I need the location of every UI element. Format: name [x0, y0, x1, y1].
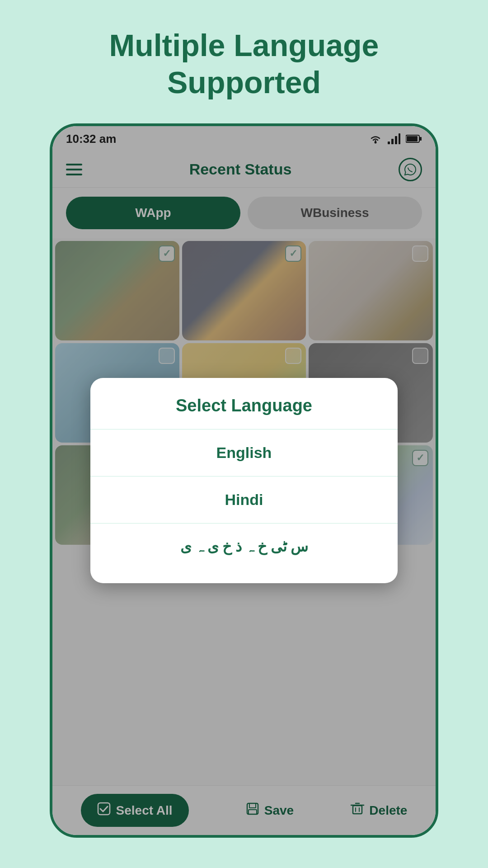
modal-overlay: Select Language English Hindi س ٹی خ ہ ذ…	[52, 126, 436, 835]
language-option-english[interactable]: English	[90, 429, 398, 476]
language-option-hindi[interactable]: Hindi	[90, 476, 398, 523]
phone-frame: 10:32 am	[50, 123, 438, 838]
page-title: Multiple Language Supported	[73, 27, 415, 101]
language-option-urdu[interactable]: س ٹی خ ہ ذ خ ی ہ ی	[90, 524, 398, 570]
modal-title: Select Language	[90, 396, 398, 429]
language-modal: Select Language English Hindi س ٹی خ ہ ذ…	[90, 378, 398, 583]
